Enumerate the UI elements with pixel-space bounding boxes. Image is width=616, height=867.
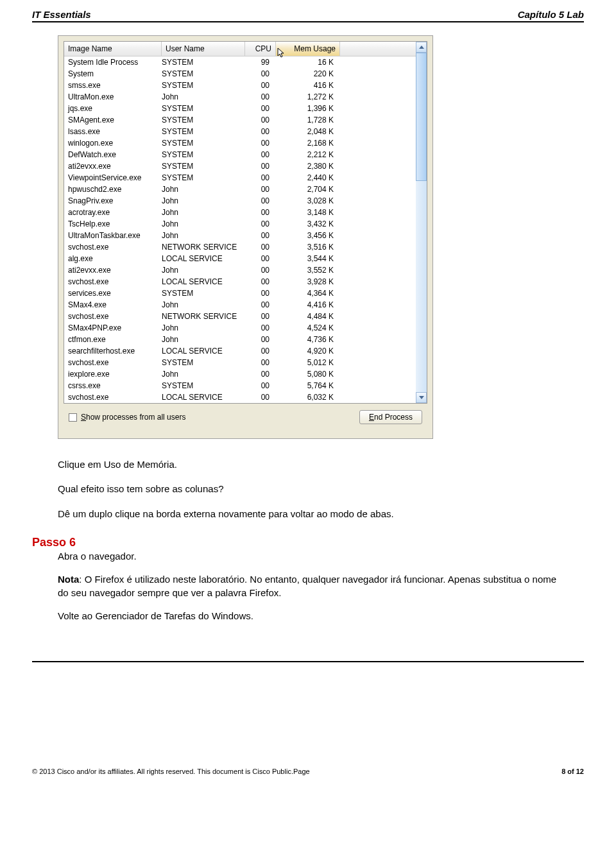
cell-image: SMAgent.exe	[64, 116, 162, 124]
table-row[interactable]: svchost.exeSYSTEM005,012 K	[64, 357, 416, 368]
cell-mem: 3,544 K	[276, 254, 340, 263]
cell-cpu: 00	[245, 81, 276, 90]
cell-image: DefWatch.exe	[64, 150, 162, 159]
column-header-mem[interactable]: Mem Usage	[276, 42, 340, 56]
scroll-down-button[interactable]	[416, 392, 427, 403]
table-row[interactable]: ati2evxx.exeSYSTEM002,380 K	[64, 160, 416, 172]
cell-user: John	[162, 185, 245, 194]
listview-header: Image Name User Name CPU Mem Usage	[64, 42, 416, 56]
cell-user: SYSTEM	[162, 58, 245, 67]
instruction-1: Clique em Uso de Memória.	[58, 458, 558, 471]
cell-cpu: 00	[245, 358, 276, 367]
cell-image: UltraMonTaskbar.exe	[64, 231, 162, 240]
cell-image: ati2evxx.exe	[64, 266, 162, 275]
table-row[interactable]: System Idle ProcessSYSTEM9916 K	[64, 56, 416, 68]
cell-mem: 2,440 K	[276, 173, 340, 182]
scroll-thumb[interactable]	[416, 53, 427, 181]
table-row[interactable]: DefWatch.exeSYSTEM002,212 K	[64, 149, 416, 160]
table-row[interactable]: acrotray.exeJohn003,148 K	[64, 207, 416, 218]
cell-user: LOCAL SERVICE	[162, 393, 245, 402]
cell-user: SYSTEM	[162, 127, 245, 136]
page-footer: © 2013 Cisco and/or its affiliates. All …	[32, 665, 584, 775]
cell-cpu: 00	[245, 92, 276, 101]
cell-image: winlogon.exe	[64, 139, 162, 148]
cell-user: John	[162, 370, 245, 379]
cell-image: services.exe	[64, 289, 162, 298]
cell-mem: 1,396 K	[276, 104, 340, 113]
cell-user: John	[162, 208, 245, 217]
page-header: IT Essentials Capítulo 5 Lab	[32, 6, 584, 21]
cell-cpu: 00	[245, 393, 276, 402]
table-row[interactable]: ati2evxx.exeJohn003,552 K	[64, 264, 416, 276]
footer-rule	[32, 661, 584, 662]
table-row[interactable]: searchfilterhost.exeLOCAL SERVICE004,920…	[64, 345, 416, 357]
cell-mem: 16 K	[276, 58, 340, 67]
table-row[interactable]: svchost.exeNETWORK SERVICE003,516 K	[64, 241, 416, 253]
table-row[interactable]: UltraMonTaskbar.exeJohn003,456 K	[64, 230, 416, 241]
table-row[interactable]: ctfmon.exeJohn004,736 K	[64, 334, 416, 345]
cell-cpu: 00	[245, 289, 276, 298]
cell-image: smss.exe	[64, 81, 162, 90]
cell-cpu: 00	[245, 219, 276, 228]
table-row[interactable]: svchost.exeNETWORK SERVICE004,484 K	[64, 311, 416, 322]
cell-cpu: 00	[245, 127, 276, 136]
table-row[interactable]: SystemSYSTEM00220 K	[64, 68, 416, 80]
column-header-user[interactable]: User Name	[162, 42, 245, 56]
cell-image: System Idle Process	[64, 58, 162, 67]
column-header-cpu[interactable]: CPU	[245, 42, 276, 56]
table-row[interactable]: jqs.exeSYSTEM001,396 K	[64, 103, 416, 114]
table-row[interactable]: alg.exeLOCAL SERVICE003,544 K	[64, 253, 416, 264]
scroll-up-button[interactable]	[416, 42, 427, 53]
cell-mem: 1,728 K	[276, 116, 340, 124]
table-row[interactable]: winlogon.exeSYSTEM002,168 K	[64, 137, 416, 149]
table-row[interactable]: TscHelp.exeJohn003,432 K	[64, 218, 416, 230]
cell-image: ctfmon.exe	[64, 335, 162, 344]
cell-user: NETWORK SERVICE	[162, 243, 245, 252]
table-row[interactable]: iexplore.exeJohn005,080 K	[64, 368, 416, 380]
table-row[interactable]: UltraMon.exeJohn001,272 K	[64, 91, 416, 103]
table-row[interactable]: csrss.exeSYSTEM005,764 K	[64, 380, 416, 391]
show-all-label: Show processes from all users	[81, 413, 185, 422]
vertical-scrollbar[interactable]	[416, 42, 427, 403]
cell-mem: 4,736 K	[276, 335, 340, 344]
cell-user: John	[162, 300, 245, 309]
table-row[interactable]: SMAgent.exeSYSTEM001,728 K	[64, 114, 416, 126]
cell-cpu: 00	[245, 266, 276, 275]
scroll-track[interactable]	[416, 181, 427, 392]
table-row[interactable]: svchost.exeLOCAL SERVICE003,928 K	[64, 276, 416, 288]
cell-mem: 3,456 K	[276, 231, 340, 240]
cell-cpu: 00	[245, 381, 276, 390]
end-process-button[interactable]: End Process	[359, 410, 422, 424]
cell-mem: 3,928 K	[276, 277, 340, 286]
cell-mem: 5,080 K	[276, 370, 340, 379]
cell-cpu: 00	[245, 347, 276, 356]
cell-mem: 3,028 K	[276, 196, 340, 205]
table-row[interactable]: ViewpointService.exeSYSTEM002,440 K	[64, 172, 416, 184]
cell-mem: 5,764 K	[276, 381, 340, 390]
table-row[interactable]: hpwuschd2.exeJohn002,704 K	[64, 184, 416, 195]
cell-mem: 6,032 K	[276, 393, 340, 402]
task-manager-panel: Image Name User Name CPU Mem Usage	[58, 35, 433, 439]
table-row[interactable]: lsass.exeSYSTEM002,048 K	[64, 126, 416, 137]
table-row[interactable]: svchost.exeLOCAL SERVICE006,032 K	[64, 391, 416, 403]
cell-mem: 4,524 K	[276, 323, 340, 332]
table-row[interactable]: smss.exeSYSTEM00416 K	[64, 80, 416, 91]
cell-mem: 2,704 K	[276, 185, 340, 194]
cell-user: SYSTEM	[162, 381, 245, 390]
table-row[interactable]: SMax4PNP.exeJohn004,524 K	[64, 322, 416, 334]
cell-cpu: 00	[245, 208, 276, 217]
cell-image: UltraMon.exe	[64, 92, 162, 101]
cell-user: LOCAL SERVICE	[162, 347, 245, 356]
cell-mem: 3,516 K	[276, 243, 340, 252]
cell-mem: 3,552 K	[276, 266, 340, 275]
column-header-image[interactable]: Image Name	[64, 42, 162, 56]
cell-mem: 3,148 K	[276, 208, 340, 217]
table-row[interactable]: SnagPriv.exeJohn003,028 K	[64, 195, 416, 207]
cell-mem: 2,380 K	[276, 162, 340, 171]
cell-mem: 4,484 K	[276, 312, 340, 321]
table-row[interactable]: SMax4.exeJohn004,416 K	[64, 299, 416, 311]
show-all-users-checkbox[interactable]: Show processes from all users	[69, 413, 185, 422]
cell-cpu: 00	[245, 300, 276, 309]
cell-cpu: 00	[245, 173, 276, 182]
table-row[interactable]: services.exeSYSTEM004,364 K	[64, 288, 416, 299]
